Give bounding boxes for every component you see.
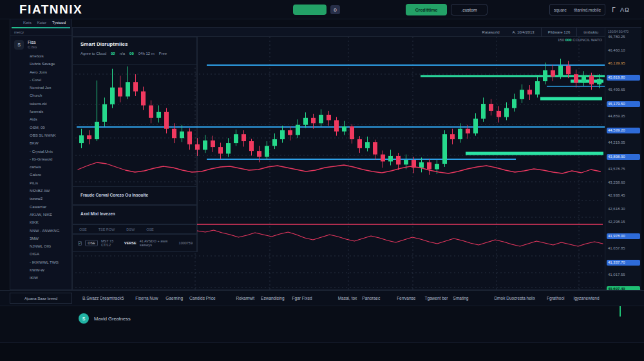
- candle-body: [404, 160, 408, 164]
- watchlist-item[interactable]: KWW-W: [30, 266, 71, 274]
- watchlist-item[interactable]: carteis: [30, 163, 71, 171]
- watchlist-item[interactable]: funerals: [30, 108, 71, 115]
- symbol-name: Fisa: [28, 40, 37, 45]
- price-scale[interactable]: 150/54 50/470 46,780.2546,460.1046,139.9…: [605, 27, 641, 290]
- bottom-bar-item[interactable]: Igyzanewtend: [573, 296, 599, 300]
- watchlist-item[interactable]: NJNWL OIG: [30, 242, 71, 250]
- bottom-bar-left-box[interactable]: Ajuana Saaz breed: [10, 293, 72, 304]
- candle-body: [149, 105, 153, 117]
- top-header: FIATNNIX 0 Credittime .custom square tit…: [0, 0, 644, 19]
- watchlist-item[interactable]: BKW: [30, 139, 71, 147]
- price-scale-header: 150/54 50/470: [608, 30, 629, 34]
- watchlist-item[interactable]: Church: [30, 92, 71, 99]
- watchlist-filter[interactable]: mercy: [10, 28, 71, 36]
- bottom-bar-item[interactable]: Panoraec: [362, 296, 380, 300]
- bottom-bar-item[interactable]: Rekamwit: [236, 296, 255, 300]
- bottom-bar-item[interactable]: Candids Price: [189, 296, 215, 300]
- candle-body: [582, 76, 586, 83]
- candle-body: [466, 129, 470, 133]
- candle-body: [458, 129, 462, 139]
- pair-selector[interactable]: square titanind.mobile: [549, 4, 605, 15]
- bottom-bar-item[interactable]: Tgawent ber: [424, 296, 448, 300]
- orders-table-row[interactable]: ✓ OSE MST 73 CT/12 VERSE 41 AVSDO + aww …: [73, 234, 197, 252]
- price-label: 41,017.55: [608, 273, 625, 277]
- watchlist-item[interactable]: NNW - ANWKNG: [30, 227, 71, 235]
- watchlist-item[interactable]: - IKIKWWL TWG: [30, 259, 71, 266]
- bottom-bar-item[interactable]: Masai, tox: [338, 296, 357, 300]
- strategy-value-2: 00: [129, 52, 134, 55]
- indicator-panel-1-label: Fraude Corval Corezo Ou Insoulte: [73, 187, 196, 197]
- credit-button[interactable]: Credittime: [406, 4, 447, 15]
- price-label: 41,978.00: [607, 233, 640, 239]
- custom-button[interactable]: .custom: [451, 4, 488, 15]
- watchlist-item[interactable]: IKIW: [30, 274, 71, 282]
- bottom-bar-item[interactable]: Gaerning: [166, 296, 183, 300]
- watchlist-item[interactable]: Nominal Jon: [30, 84, 71, 92]
- candle-body: [242, 134, 246, 141]
- watchlist-item[interactable]: AKUW, NIKE: [30, 211, 71, 219]
- indicator-panel-1[interactable]: Fraude Corval Corezo Ou Insoulte: [73, 186, 197, 205]
- chart-toolbar-item[interactable]: Rataworld: [476, 28, 506, 37]
- scale-scrollbar[interactable]: [641, 19, 644, 306]
- price-label: 46,139.95: [608, 61, 625, 65]
- bottom-bar-item[interactable]: Dmok Duocresta helix: [494, 296, 535, 300]
- language-icon[interactable]: AΩ: [620, 5, 637, 15]
- sidebar-tab[interactable]: Kotor: [37, 21, 46, 27]
- strategy-label: Agree to Cloud: [80, 52, 106, 55]
- candle-body: [334, 120, 339, 132]
- candle-body: [156, 112, 161, 118]
- bottom-bar-item[interactable]: Fiserra Nuw: [135, 296, 158, 300]
- candle-body: [497, 111, 501, 117]
- watchlist-item[interactable]: Aids: [30, 115, 71, 123]
- row-checkbox[interactable]: ✓: [78, 241, 82, 246]
- watchlist-item[interactable]: - Crystal.Unix: [30, 148, 71, 155]
- pair-right-label: titanind.mobile: [574, 8, 601, 12]
- active-symbol-row[interactable]: S Fisa C.bio: [10, 36, 71, 52]
- orders-table-header-cell: OSE: [146, 228, 154, 231]
- watchlist-item[interactable]: tseww2: [30, 195, 71, 202]
- watchlist-item[interactable]: NSNBZ AW: [30, 187, 71, 195]
- chart-toolbar-item[interactable]: timbuktu: [576, 28, 605, 37]
- instruments-bottom-bar: Ajuana Saaz breed B.Swazz Dreamtrack5Fis…: [0, 290, 644, 306]
- chart-toolbar-item[interactable]: A. 10/4/2013: [506, 28, 541, 37]
- watchlist-item[interactable]: Aero Jons: [30, 68, 71, 76]
- chart-toolbar-item[interactable]: Pildware 126: [541, 28, 577, 37]
- watchlist-item[interactable]: KIKK: [30, 219, 71, 226]
- watchlist-item[interactable]: Cawarriar: [30, 203, 71, 211]
- footer-strip: [0, 342, 644, 361]
- candle-body: [118, 88, 122, 97]
- candle-body: [504, 108, 509, 117]
- candle-body: [272, 139, 277, 146]
- info-volume: 000: [565, 38, 572, 42]
- candle-body: [257, 151, 261, 157]
- bottom-bar-item[interactable]: Eswandising: [261, 296, 285, 300]
- watchlist-item[interactable]: tokens.cki: [30, 100, 71, 108]
- candle-body: [520, 90, 524, 99]
- bottom-bar-item[interactable]: Smating: [453, 296, 469, 300]
- indicator-panel-2[interactable]: Axxi Mixi Invezen: [73, 205, 197, 224]
- watchlist-item[interactable]: PiLis: [30, 179, 71, 187]
- row-cell-1: MST 73 CT/12: [101, 239, 121, 247]
- watchlist-item[interactable]: Hubris Savage: [30, 60, 71, 68]
- sidebar-tab[interactable]: Tystood: [52, 21, 66, 27]
- bottom-bar-item[interactable]: Ferrvanse: [397, 296, 415, 300]
- watchlist-item[interactable]: 3MW: [30, 235, 71, 242]
- sidebar-tab[interactable]: Kwis: [23, 21, 32, 27]
- notification-counter[interactable]: 0: [330, 5, 340, 14]
- note-circle-icon[interactable]: $: [79, 313, 89, 324]
- layout-icon[interactable]: Γ: [609, 5, 618, 15]
- candle-body: [396, 156, 401, 164]
- strategy-stats: Agree to Cloud 02 n/a 00 04h 12 m Free: [73, 47, 196, 55]
- watchlist-item[interactable]: OBS SL NMNK: [30, 132, 71, 139]
- bottom-bar-item[interactable]: Fgar Fixed: [292, 296, 312, 300]
- watchlist-item[interactable]: arrebois: [30, 52, 71, 60]
- bottom-bar-item[interactable]: B.Swazz Dreamtrack5: [82, 296, 124, 300]
- watchlist-item[interactable]: OIGA: [30, 250, 71, 258]
- watchlist-item[interactable]: - Corel: [30, 76, 71, 84]
- watchlist-item[interactable]: - IG-Griswold: [30, 155, 71, 163]
- bottom-bar-item[interactable]: Fgrathool: [547, 296, 564, 300]
- watchlist-item[interactable]: Galore: [30, 171, 71, 179]
- watchlist-item[interactable]: OSM, 09: [30, 124, 71, 132]
- primary-action-button[interactable]: [293, 5, 327, 15]
- candle-body: [296, 125, 300, 135]
